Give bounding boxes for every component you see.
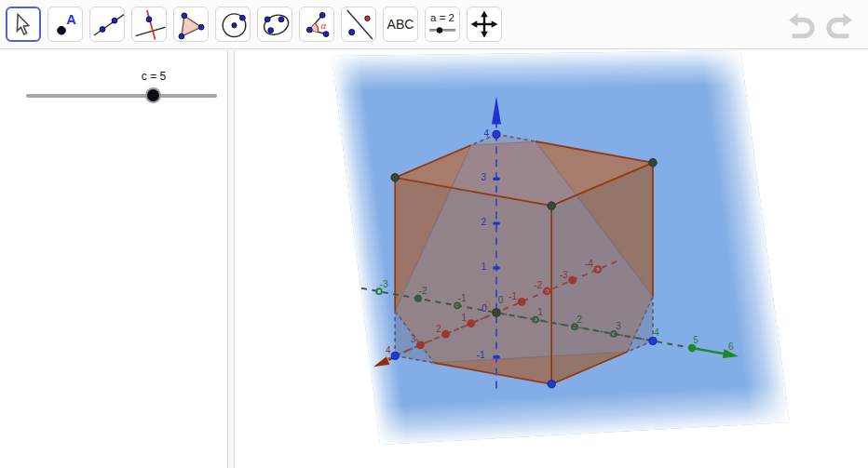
- svg-text:1: 1: [462, 313, 468, 323]
- svg-text:2: 2: [576, 314, 582, 325]
- svg-text:3: 3: [616, 321, 621, 331]
- svg-text:2: 2: [436, 324, 441, 334]
- svg-text:1: 1: [481, 261, 486, 272]
- svg-text:4: 4: [386, 345, 391, 355]
- svg-text:5: 5: [693, 335, 698, 345]
- svg-text:α: α: [320, 20, 326, 31]
- svg-text:A: A: [66, 12, 76, 27]
- svg-text:-4: -4: [585, 259, 593, 269]
- svg-text:-3: -3: [380, 279, 388, 289]
- svg-text:-3: -3: [560, 270, 568, 280]
- svg-text:ABC: ABC: [387, 17, 414, 32]
- svg-text:6: 6: [728, 341, 734, 352]
- svg-text:-1: -1: [458, 293, 467, 303]
- svg-text:-2: -2: [534, 280, 542, 290]
- svg-text:a = 2: a = 2: [430, 12, 454, 23]
- svg-text:4: 4: [654, 328, 659, 338]
- svg-text:-2: -2: [419, 286, 427, 296]
- svg-text:2: 2: [481, 217, 486, 227]
- svg-text:0: 0: [498, 295, 504, 305]
- svg-text:3: 3: [481, 172, 486, 182]
- svg-text:3: 3: [411, 334, 416, 344]
- svg-text:4: 4: [483, 128, 489, 139]
- svg-text:-1: -1: [509, 291, 517, 301]
- svg-text:1: 1: [537, 307, 543, 317]
- svg-text:-1: -1: [477, 350, 485, 360]
- svg-text:0: 0: [481, 303, 487, 314]
